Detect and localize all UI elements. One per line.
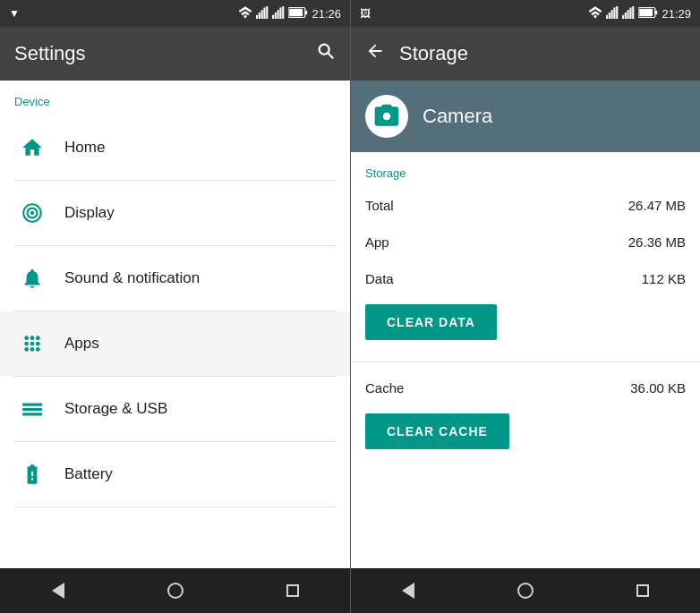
svg-rect-23: [630, 7, 632, 19]
svg-rect-26: [655, 10, 657, 14]
right-system-icons: 21:29: [588, 6, 691, 21]
svg-rect-24: [633, 6, 635, 19]
camera-app-icon: [365, 95, 408, 138]
nav-bar-left: [0, 568, 350, 613]
time-left: 21:26: [312, 7, 341, 21]
storage-icon: [14, 391, 50, 427]
svg-rect-22: [627, 10, 629, 19]
total-label: Total: [365, 198, 394, 213]
svg-rect-18: [614, 7, 616, 19]
clear-cache-button[interactable]: CLEAR CACHE: [365, 413, 509, 449]
signal-icon: [256, 6, 269, 21]
status-bar-right: 🖼 21:29: [351, 0, 700, 27]
sound-icon: [14, 260, 50, 296]
svg-rect-15: [606, 14, 608, 18]
storage-section-label: Storage: [351, 152, 700, 187]
apps-label: Apps: [64, 335, 99, 353]
svg-rect-4: [267, 6, 269, 19]
sound-label: Sound & notification: [64, 269, 200, 287]
svg-rect-3: [264, 7, 266, 19]
svg-rect-9: [283, 6, 285, 19]
cache-divider: [351, 362, 700, 362]
svg-rect-8: [280, 7, 282, 19]
settings-item-battery[interactable]: Battery: [0, 442, 350, 507]
display-icon: [14, 195, 50, 231]
svg-rect-7: [277, 10, 279, 19]
left-panel: ▼ 21:26 Settings Device: [0, 0, 350, 613]
back-button[interactable]: [365, 41, 385, 66]
home-nav-button[interactable]: [167, 583, 184, 599]
settings-title: Settings: [14, 42, 86, 65]
settings-list: Device Home Display Sound & notification: [0, 81, 350, 568]
total-value: 26.47 MB: [628, 198, 686, 213]
back-nav-button[interactable]: [52, 583, 64, 599]
svg-line-14: [328, 53, 333, 58]
right-notification-icons: 🖼: [360, 7, 371, 20]
svg-rect-1: [259, 13, 260, 19]
display-label: Display: [64, 204, 115, 222]
storage-toolbar-title: Storage: [399, 42, 468, 65]
wifi-icon-right: [588, 6, 602, 21]
right-panel: 🖼 21:29 Storage: [350, 0, 700, 613]
cache-value: 36.00 KB: [630, 380, 686, 396]
svg-rect-12: [290, 8, 303, 16]
signal-icon-2: [272, 6, 285, 21]
nav-bar-right: [351, 568, 700, 613]
svg-rect-19: [617, 6, 619, 19]
app-value: 26.36 MB: [628, 234, 686, 250]
svg-rect-11: [305, 10, 307, 14]
app-label: App: [365, 234, 389, 250]
battery-icon-right: [638, 6, 658, 21]
settings-item-display[interactable]: Display: [0, 181, 350, 245]
storage-row-app: App 26.36 MB: [351, 224, 700, 260]
svg-rect-17: [611, 10, 613, 19]
clear-data-button[interactable]: CLEAR DATA: [365, 304, 497, 340]
storage-row-total: Total 26.47 MB: [351, 187, 700, 224]
toolbar-left: Settings: [0, 27, 350, 81]
image-notification-icon: 🖼: [360, 7, 371, 20]
toolbar-right: Storage: [351, 27, 700, 81]
device-section-header: Device: [0, 81, 350, 115]
svg-rect-0: [256, 14, 258, 18]
camera-app-name: Camera: [423, 105, 492, 128]
apps-icon: [14, 326, 50, 362]
storage-usb-label: Storage & USB: [64, 400, 167, 418]
svg-rect-16: [609, 13, 610, 19]
svg-rect-5: [272, 14, 274, 18]
svg-rect-2: [261, 10, 263, 19]
svg-rect-20: [622, 14, 624, 18]
time-right: 21:29: [662, 7, 691, 21]
settings-item-sound[interactable]: Sound & notification: [0, 246, 350, 311]
status-bar-left: ▼ 21:26: [0, 0, 350, 27]
recents-nav-button[interactable]: [286, 584, 299, 597]
storage-content: Storage Total 26.47 MB App 26.36 MB Data…: [351, 152, 700, 568]
settings-item-storage[interactable]: Storage & USB: [0, 377, 350, 441]
signal-icon-right-1: [606, 6, 619, 21]
settings-item-home[interactable]: Home: [0, 115, 350, 180]
settings-item-apps[interactable]: Apps: [0, 311, 350, 376]
home-nav-button-right[interactable]: [517, 583, 534, 599]
back-nav-button-right[interactable]: [402, 583, 414, 599]
battery-icon: [288, 6, 308, 21]
search-button[interactable]: [316, 41, 336, 66]
wifi-icon: [238, 6, 252, 21]
recents-nav-button-right[interactable]: [636, 584, 649, 597]
svg-rect-27: [640, 8, 653, 16]
svg-point-13: [320, 45, 329, 55]
signal-icon-right-2: [622, 6, 635, 21]
cache-row: Cache 36.00 KB: [351, 370, 700, 406]
battery-settings-icon: [14, 456, 50, 492]
download-icon: ▼: [9, 7, 20, 20]
data-value: 112 KB: [642, 271, 686, 286]
svg-rect-6: [275, 13, 277, 19]
svg-rect-21: [625, 13, 627, 19]
battery-label: Battery: [64, 465, 113, 483]
home-label: Home: [64, 139, 105, 157]
divider-6: [14, 507, 336, 507]
home-icon: [14, 130, 50, 166]
storage-row-data: Data 112 KB: [351, 260, 700, 297]
cache-label: Cache: [365, 380, 404, 396]
left-system-icons: 21:26: [238, 6, 341, 21]
data-label: Data: [365, 271, 394, 286]
app-header: Camera: [351, 81, 700, 152]
